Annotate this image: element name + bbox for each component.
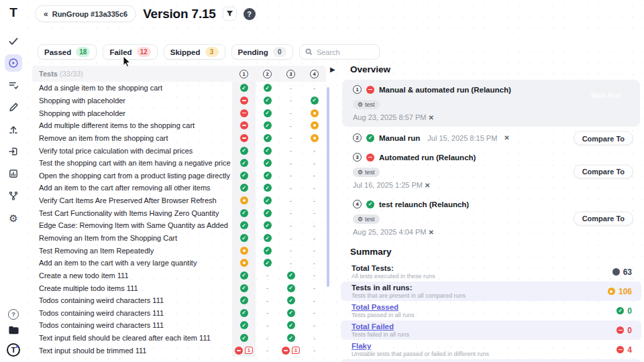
status-cell-run2[interactable] <box>256 82 279 95</box>
run-column-header-1[interactable]: 1 <box>232 70 256 78</box>
status-cell-run1[interactable] <box>232 119 256 132</box>
status-cell-run1[interactable] <box>232 194 256 207</box>
sidebar-item-pencil[interactable] <box>5 99 22 116</box>
status-cell-run3[interactable]: - <box>279 107 303 119</box>
status-cell-run4[interactable]: - <box>303 344 326 357</box>
summary-row[interactable]: FlakyUnstable tests that passed or faile… <box>341 340 641 359</box>
status-cell-run4[interactable]: - <box>303 257 326 269</box>
filter-chip-pending[interactable]: Pending0 <box>231 44 293 60</box>
sidebar-item-gear[interactable]: ⚙ <box>5 209 22 227</box>
status-cell-run4[interactable]: - <box>303 332 326 345</box>
table-row[interactable]: Todos containing weird characters 111-- <box>32 294 326 307</box>
status-cell-run3[interactable] <box>279 307 303 320</box>
status-cell-run3[interactable]: - <box>279 82 303 95</box>
run-column-header-2[interactable]: 2 <box>256 70 279 78</box>
status-cell-run1[interactable] <box>232 82 256 95</box>
compare-to-button[interactable]: Compare To <box>574 211 633 225</box>
status-cell-run4[interactable]: - <box>303 194 326 207</box>
help-icon[interactable]: ? <box>8 309 19 320</box>
run-column-header-4[interactable]: 4 <box>303 70 326 78</box>
table-row[interactable]: Remove an item from the shopping cart- <box>32 132 326 145</box>
summary-link[interactable]: Total Passed <box>352 302 616 312</box>
status-cell-run3[interactable] <box>279 319 303 332</box>
status-cell-run2[interactable] <box>256 132 279 145</box>
status-cell-run1[interactable] <box>232 319 256 332</box>
comment-bubble-icon[interactable]: 1 <box>245 347 253 354</box>
table-row[interactable]: Open the shopping cart from a product li… <box>32 169 326 182</box>
status-cell-run1[interactable] <box>232 294 256 307</box>
table-row[interactable]: Edge Case: Removing Item with Same Quant… <box>32 219 326 232</box>
summary-link[interactable]: Flaky <box>352 341 616 351</box>
table-row[interactable]: Text input field should be cleared after… <box>32 332 326 345</box>
status-cell-run2[interactable] <box>256 232 279 245</box>
status-cell-run2[interactable]: - <box>256 344 279 357</box>
status-cell-run3[interactable]: - <box>279 157 303 170</box>
status-cell-run2[interactable] <box>256 257 279 269</box>
help-button[interactable]: ? <box>244 8 256 20</box>
status-cell-run3[interactable]: - <box>279 132 303 145</box>
sidebar-item-list-check[interactable] <box>5 76 22 94</box>
table-row[interactable]: Add an item to the cart after removing a… <box>32 182 326 194</box>
table-row[interactable]: Create multiple todo items 111-- <box>32 282 326 294</box>
sidebar-item-play-circle[interactable] <box>5 54 22 72</box>
status-cell-run2[interactable]: - <box>256 269 279 282</box>
filter-chip-failed[interactable]: Failed12 <box>103 44 157 60</box>
sidebar-item-arrow-branch[interactable] <box>5 121 22 138</box>
run-card[interactable]: 4test relaunch (Relaunch)⚙testAug 25, 20… <box>342 196 640 240</box>
status-cell-run4[interactable]: - <box>303 232 326 245</box>
status-cell-run2[interactable] <box>256 119 279 132</box>
status-cell-run1[interactable]: 1 <box>232 344 256 357</box>
table-row[interactable]: Test Cart Functionality with Items Havin… <box>32 206 326 219</box>
status-cell-run2[interactable] <box>256 144 279 157</box>
status-cell-run3[interactable]: - <box>279 169 303 182</box>
status-cell-run4[interactable] <box>303 95 326 107</box>
status-cell-run1[interactable] <box>232 206 256 219</box>
table-row[interactable]: Shopping with placeholder- <box>32 107 326 119</box>
status-cell-run4[interactable]: - <box>303 157 326 170</box>
table-row[interactable]: Todos containing weird characters 111-- <box>32 307 326 320</box>
status-cell-run4[interactable]: - <box>303 282 326 294</box>
search-input[interactable] <box>317 48 370 56</box>
summary-row[interactable]: RevievedPreviously failing that passed i… <box>341 359 641 362</box>
status-cell-run3[interactable] <box>279 294 303 307</box>
status-cell-run1[interactable] <box>232 307 256 320</box>
status-cell-run2[interactable] <box>256 244 279 257</box>
status-cell-run3[interactable]: 1 <box>279 344 303 357</box>
status-cell-run3[interactable]: - <box>279 182 303 194</box>
status-cell-run3[interactable]: - <box>279 144 303 157</box>
status-cell-run3[interactable]: - <box>279 257 303 269</box>
status-cell-run2[interactable] <box>256 169 279 182</box>
status-cell-run1[interactable] <box>232 332 256 345</box>
table-row[interactable]: Add a single item to the shopping cart-- <box>32 82 326 95</box>
status-cell-run3[interactable]: - <box>279 95 303 107</box>
run-card[interactable]: 3Automated run (Relaunch)⚙testJul 16, 20… <box>342 149 640 193</box>
table-row[interactable]: Shopping with placeholder- <box>32 95 326 107</box>
sidebar-item-fork[interactable] <box>5 187 22 204</box>
status-cell-run1[interactable] <box>232 244 256 257</box>
status-cell-run4[interactable] <box>303 107 326 119</box>
run-tag[interactable]: ⚙test <box>353 215 380 224</box>
summary-row[interactable]: Total Tests:All tests executed in these … <box>341 262 641 282</box>
table-row[interactable]: Todos containing weird characters 111-- <box>32 319 326 332</box>
summary-row[interactable]: Tests in all runs:Tests that are present… <box>341 282 641 301</box>
status-cell-run4[interactable]: - <box>303 182 326 194</box>
status-cell-run3[interactable]: - <box>279 232 303 245</box>
status-cell-run2[interactable]: - <box>256 282 279 294</box>
status-cell-run3[interactable]: - <box>279 194 303 207</box>
run-tag[interactable]: ⚙test <box>353 100 380 109</box>
table-row[interactable]: Add an item to the cart with a very larg… <box>32 257 326 269</box>
status-cell-run1[interactable] <box>232 95 256 107</box>
compare-to-button[interactable]: Compare To <box>574 131 633 145</box>
status-cell-run1[interactable] <box>232 257 256 269</box>
filter-funnel-button[interactable] <box>223 7 237 21</box>
status-cell-run3[interactable]: - <box>279 244 303 257</box>
remove-run-icon[interactable]: ✕ <box>428 114 433 121</box>
table-row[interactable]: Create a new todo item 111-- <box>32 269 326 282</box>
back-button[interactable]: « RunGroup #13a335c6 <box>35 5 136 22</box>
sidebar-item-report-chart[interactable] <box>5 165 22 182</box>
table-row[interactable]: Text input should be trimmed 1111-1- <box>32 344 326 357</box>
status-cell-run4[interactable]: - <box>303 294 326 307</box>
table-row[interactable]: Test the shopping cart with an item havi… <box>32 157 326 170</box>
summary-link[interactable]: Total Failed <box>352 322 616 331</box>
status-cell-run1[interactable] <box>232 182 256 194</box>
